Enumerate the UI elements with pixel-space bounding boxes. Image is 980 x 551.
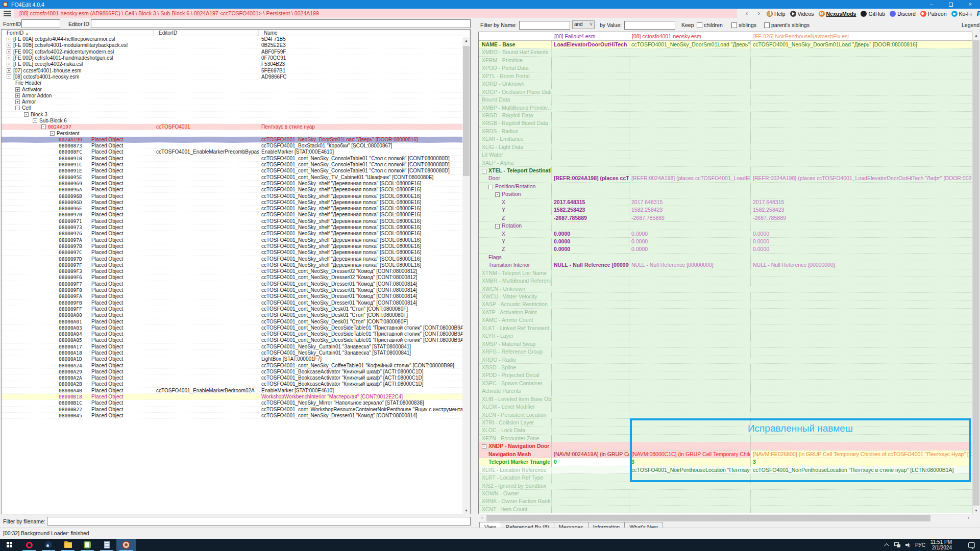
inspector-row[interactable]: XAMC - Ammo Count [479, 316, 972, 324]
tree-row[interactable]: 0800096DPlaced ObjectccTOSFO4001_NeoSky_… [2, 199, 470, 206]
tree-row[interactable]: +[FE 00A] ccbgsfo4044-hellfirepowerarmor… [2, 36, 470, 42]
scroll-down-icon[interactable]: ▼ [462, 507, 470, 514]
checkbox-icon[interactable] [731, 22, 737, 28]
tree-row[interactable]: +[FE 00C] ccfsvfo4002-midcenturymodern.e… [2, 49, 470, 55]
tree-row[interactable]: 0800096APlaced ObjectccTOSFO4001_NeoSky_… [2, 187, 470, 193]
expand-icon[interactable]: + [15, 99, 20, 104]
steam-taskbar-button[interactable] [39, 539, 58, 551]
tree-row[interactable]: 08000B1CPlaced ObjectccTOSFO4001_NeoSky_… [2, 400, 470, 406]
inspector-row[interactable]: -Position [479, 190, 972, 198]
inspector-row[interactable]: Transition InteriorNULL - Null Reference… [479, 261, 972, 269]
inspector-row[interactable]: NAME - BaseLoadElevatorDoorOutHiTech "Л.… [479, 41, 972, 48]
tree-row[interactable]: +[07] cczsef04001-bhouse.esm5FE697B1 [2, 67, 470, 73]
notepad-plus-taskbar-button[interactable] [78, 539, 97, 551]
inspector-row[interactable]: XPOD - Portal Data [479, 64, 972, 72]
tree-row[interactable]: +[FE 00B] ccfsvfo4001-modularmilitarybac… [2, 42, 470, 48]
tree-row[interactable]: +[FE 00D] ccfrsfo4001-handmadeshotgun.es… [2, 55, 470, 61]
tree-row[interactable]: 08000A18Placed ObjectccTOSFO4001_NeoSky_… [2, 350, 470, 356]
tree-scrollbar[interactable]: ▲ ▼ [462, 37, 470, 514]
tree-row[interactable]: 080009F7Placed ObjectccTOSFO4001_cont_Ne… [2, 281, 470, 287]
tree-row[interactable]: +Armor [2, 99, 470, 105]
inspector-scrollbar-thumb[interactable] [973, 40, 979, 506]
inspector-row[interactable]: XLCN - Persistent Location [479, 411, 972, 419]
tree-column-editorid[interactable]: EditorID [154, 30, 259, 36]
tree-row[interactable]: 0800091BPlaced ObjectccTOSFO4001_cont_Ne… [2, 156, 470, 162]
tree-row[interactable]: +[FE 00E] cceejfo4002-nuka.eslF5304B23 [2, 61, 470, 67]
forward-arrow-button[interactable]: › [753, 9, 765, 18]
tree-row[interactable]: 08000A1DPlaced ObjectLightBox [STAT:0000… [2, 356, 470, 362]
tree-row[interactable]: 080009F6Placed ObjectccTOSFO4001_cont_Ne… [2, 274, 470, 281]
tree-row[interactable]: 08000A01Placed ObjectccTOSFO4001_cont_Ne… [2, 318, 470, 324]
inspector-row[interactable]: Lit Water [479, 151, 972, 159]
filter-value-input[interactable] [624, 21, 675, 30]
inspector-row[interactable]: XALP - Alpha [479, 159, 972, 167]
tree-row[interactable]: 08000A03Placed ObjectccTOSFO4001_cont_Ne… [2, 325, 470, 331]
inspector-column-fallout4[interactable]: [00] Fallout4.esm [552, 32, 629, 40]
tree-row[interactable]: 08000A2BPlaced ObjectccTOSFO4001_Bookcas… [2, 381, 470, 387]
maximize-button[interactable] [941, 0, 961, 9]
network-icon[interactable] [894, 542, 900, 547]
inspector-row[interactable]: XLKT - Linked Ref Transient [479, 324, 972, 332]
paypal-link[interactable]: PayPal [976, 11, 980, 17]
scroll-left-icon[interactable]: ‹ [478, 514, 486, 522]
tree-row[interactable]: 0800096BPlaced ObjectccTOSFO4001_NeoSky_… [2, 193, 470, 199]
checkbox-icon[interactable] [697, 22, 702, 28]
tree-row[interactable]: 0800091EPlaced ObjectccTOSFO4001_cont_Ne… [2, 168, 470, 174]
breadcrumb[interactable]: [08] cctosfo4001-neosky.esm (AD9866FC) \… [14, 9, 737, 18]
fo4edit-taskbar-button[interactable] [116, 539, 136, 551]
scroll-up-icon[interactable]: ▲ [972, 32, 980, 39]
expand-icon[interactable]: + [7, 37, 11, 41]
inspector-row[interactable]: XATP - Activation Point [479, 309, 972, 316]
inspector-row[interactable]: -Rotation [479, 222, 972, 230]
filter-name-input[interactable] [519, 21, 570, 30]
windows-start-taskbar-button[interactable] [0, 539, 19, 551]
formid-input[interactable] [21, 19, 60, 28]
tree-row[interactable]: 08000969Placed ObjectccTOSFO4001_NeoSky_… [2, 181, 470, 187]
inspector-row[interactable]: XLYR - Layer [479, 332, 972, 340]
inspector-row[interactable]: XWCU - Water Velocity [479, 293, 972, 300]
inspector-row[interactable]: XASP - Acoustic Restriction [479, 300, 972, 308]
tree-row[interactable]: 080009FFPlaced ObjectccTOSFO4001_cont_Ne… [2, 306, 470, 312]
tree-row[interactable]: 08000B22Placed ObjectccTOSFO4001_cont_Wo… [2, 407, 470, 413]
tree-row[interactable]: 08000A4BPlaced ObjectccTOSFO4001_EnableM… [2, 388, 470, 394]
tree-row[interactable]: -0024A197ccTOSFO4001Пентхаус в стиле нуа… [2, 124, 470, 130]
close-button[interactable]: × [961, 0, 980, 9]
inspector-row[interactable]: XPRM - Primitive [479, 57, 972, 64]
inspector-column-neosky[interactable]: [08] cctosfo4001-neosky.esm [629, 32, 751, 40]
inspector-row[interactable]: XIS2 - Ignored by Sandbox [479, 482, 972, 490]
discord-link[interactable]: Discord [890, 11, 916, 17]
tree-row[interactable]: -Sub-Block 6 [2, 118, 470, 124]
nexus-link[interactable]: NexusMods [819, 11, 856, 17]
inspector-row[interactable]: XRFG - Reference Group [479, 348, 972, 356]
collapse-icon[interactable]: - [495, 192, 500, 197]
tree-row[interactable]: 0800091CPlaced ObjectccTOSFO4001_cont_Ne… [2, 162, 470, 168]
inspector-row[interactable]: Bound Data [479, 96, 972, 104]
tree-row[interactable]: 08000A2APlaced ObjectccTOSFO4001_Bookcas… [2, 375, 470, 381]
scroll-right-icon[interactable]: › [965, 514, 972, 522]
tree-row[interactable]: 080008FCPlaced ObjectccTOSFO4001_EnableM… [2, 149, 470, 155]
editorid-input[interactable] [91, 19, 471, 28]
inspector-row[interactable]: XCNT - Item Count [479, 506, 972, 513]
inspector-row[interactable]: XTNM - Teleport Loc Name [479, 269, 972, 277]
tree-row[interactable]: 0800096EPlaced ObjectccTOSFO4001_NeoSky_… [2, 206, 470, 212]
scroll-up-icon[interactable]: ▲ [462, 37, 470, 44]
tree-row[interactable]: -Persistent [2, 130, 470, 136]
collapse-icon[interactable]: - [495, 224, 500, 229]
tree-row[interactable]: +Armor Addon [2, 93, 470, 99]
keep-siblings-checkbox[interactable]: siblings [731, 22, 756, 28]
tree-row[interactable]: 08000A00Placed ObjectccTOSFO4001_cont_Ne… [2, 312, 470, 318]
inspector-row[interactable]: X0.00000.00000.0000 [479, 230, 972, 238]
tree-row[interactable]: 08000A05Placed ObjectccTOSFO4001_cont_Ne… [2, 337, 470, 343]
inspector-row[interactable]: XRDS - Radius [479, 128, 972, 135]
inspector-row[interactable]: XSPC - Spawn Container [479, 380, 972, 387]
opera-gx-taskbar-button[interactable] [19, 539, 39, 551]
tree-row[interactable]: -[08] cctosfo4001-neosky.esmAD9866FC [2, 74, 470, 80]
expand-icon[interactable]: + [7, 68, 11, 73]
expand-icon[interactable]: + [15, 87, 20, 92]
inspector-row[interactable]: XMBP - MultiBound Primitiv… [479, 104, 972, 112]
collapse-icon[interactable]: - [33, 118, 37, 123]
expand-icon[interactable]: + [7, 43, 11, 47]
inspector-row[interactable]: XMBR - MultiBound Reference [479, 277, 972, 285]
tree-column-name[interactable]: Name [259, 30, 470, 36]
collapse-icon[interactable]: - [7, 74, 11, 79]
